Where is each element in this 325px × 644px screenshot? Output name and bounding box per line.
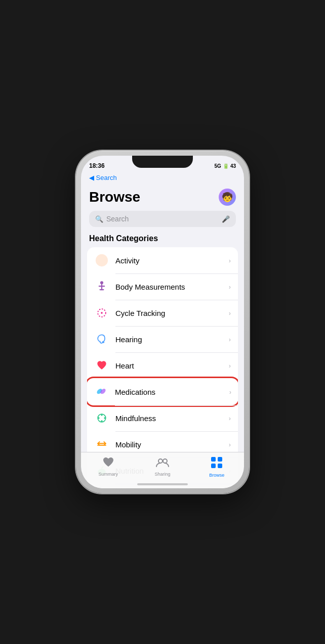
svg-point-16 bbox=[104, 417, 105, 419]
svg-point-0 bbox=[96, 254, 108, 266]
avatar-emoji: 🧒 bbox=[222, 192, 233, 203]
back-label[interactable]: ◀ Search bbox=[89, 174, 117, 181]
search-icon: 🔍 bbox=[95, 215, 103, 223]
mindfulness-icon bbox=[94, 410, 109, 426]
battery-level: 43 bbox=[230, 163, 236, 169]
hearing-label: Hearing bbox=[115, 335, 223, 344]
svg-point-13 bbox=[101, 414, 102, 416]
search-bar[interactable]: 🔍 Search 🎤 bbox=[89, 211, 236, 227]
activity-icon: 🔥 bbox=[94, 253, 109, 268]
home-indicator bbox=[137, 483, 188, 485]
svg-rect-25 bbox=[211, 464, 216, 468]
screen-content[interactable]: ◀ Search Browse 🧒 🔍 Search 🎤 Health Cate… bbox=[81, 173, 244, 488]
sharing-icon bbox=[156, 456, 169, 471]
heart-icon bbox=[94, 358, 109, 373]
svg-rect-26 bbox=[218, 464, 222, 468]
list-item-mindfulness[interactable]: Mindfulness › bbox=[87, 405, 238, 431]
battery-icon: 🔋 bbox=[223, 163, 229, 169]
medications-chevron: › bbox=[229, 388, 231, 396]
svg-point-8 bbox=[101, 312, 102, 313]
list-item-body-measurements[interactable]: Body Measurements › bbox=[87, 273, 238, 300]
cycle-tracking-chevron: › bbox=[229, 309, 231, 317]
notch bbox=[132, 156, 193, 168]
nav-back[interactable]: ◀ Search bbox=[81, 173, 244, 185]
svg-point-9 bbox=[103, 341, 104, 343]
svg-point-2 bbox=[100, 281, 103, 284]
activity-chevron: › bbox=[229, 257, 231, 264]
mobility-chevron: › bbox=[229, 441, 231, 448]
svg-rect-24 bbox=[218, 457, 222, 462]
mic-icon[interactable]: 🎤 bbox=[222, 215, 230, 223]
mindfulness-chevron: › bbox=[229, 415, 231, 422]
phone-frame: 18:36 5G 🔋 43 ◀ Search Browse 🧒 🔍 bbox=[76, 151, 249, 493]
mobility-icon bbox=[94, 437, 109, 452]
hearing-chevron: › bbox=[229, 336, 231, 343]
browse-icon bbox=[211, 456, 223, 472]
status-time: 18:36 bbox=[89, 162, 105, 169]
body-measurements-chevron: › bbox=[229, 283, 231, 291]
body-measurements-label: Body Measurements bbox=[115, 283, 223, 291]
svg-point-14 bbox=[101, 420, 102, 422]
signal-text: 5G bbox=[215, 163, 221, 169]
summary-icon bbox=[102, 456, 114, 471]
list-item-activity[interactable]: 🔥 Activity › bbox=[87, 247, 238, 273]
list-item-hearing[interactable]: Hearing › bbox=[87, 326, 238, 352]
sharing-label: Sharing bbox=[154, 472, 170, 477]
cycle-tracking-icon bbox=[94, 305, 109, 320]
heart-chevron: › bbox=[229, 362, 231, 370]
hearing-icon bbox=[94, 332, 109, 347]
summary-label: Summary bbox=[98, 472, 118, 477]
mobility-label: Mobility bbox=[115, 440, 223, 449]
phone-screen: 18:36 5G 🔋 43 ◀ Search Browse 🧒 🔍 bbox=[81, 156, 244, 488]
mindfulness-label: Mindfulness bbox=[115, 414, 223, 423]
tab-browse[interactable]: Browse bbox=[190, 456, 244, 478]
tab-summary[interactable]: Summary bbox=[81, 456, 135, 477]
svg-rect-23 bbox=[211, 457, 216, 462]
browse-label: Browse bbox=[209, 473, 224, 478]
search-placeholder: Search bbox=[106, 215, 219, 223]
svg-point-15 bbox=[98, 417, 99, 419]
svg-point-21 bbox=[158, 459, 162, 463]
heart-label: Heart bbox=[115, 361, 223, 370]
page-title: Browse bbox=[89, 189, 140, 205]
body-measurements-icon bbox=[94, 279, 109, 294]
list-item-cycle-tracking[interactable]: Cycle Tracking › bbox=[87, 300, 238, 326]
medications-label: Medications bbox=[115, 388, 223, 396]
cycle-tracking-label: Cycle Tracking bbox=[115, 309, 223, 317]
section-header: Health Categories bbox=[81, 234, 244, 247]
status-right: 5G 🔋 43 bbox=[215, 163, 236, 169]
tab-sharing[interactable]: Sharing bbox=[135, 456, 189, 477]
list-item-medications[interactable]: Medications › bbox=[87, 378, 238, 405]
avatar[interactable]: 🧒 bbox=[219, 189, 236, 206]
list-item-heart[interactable]: Heart › bbox=[87, 352, 238, 379]
medications-icon bbox=[94, 384, 109, 399]
header: Browse 🧒 bbox=[81, 185, 244, 211]
activity-label: Activity bbox=[115, 256, 223, 265]
svg-point-22 bbox=[163, 459, 167, 463]
